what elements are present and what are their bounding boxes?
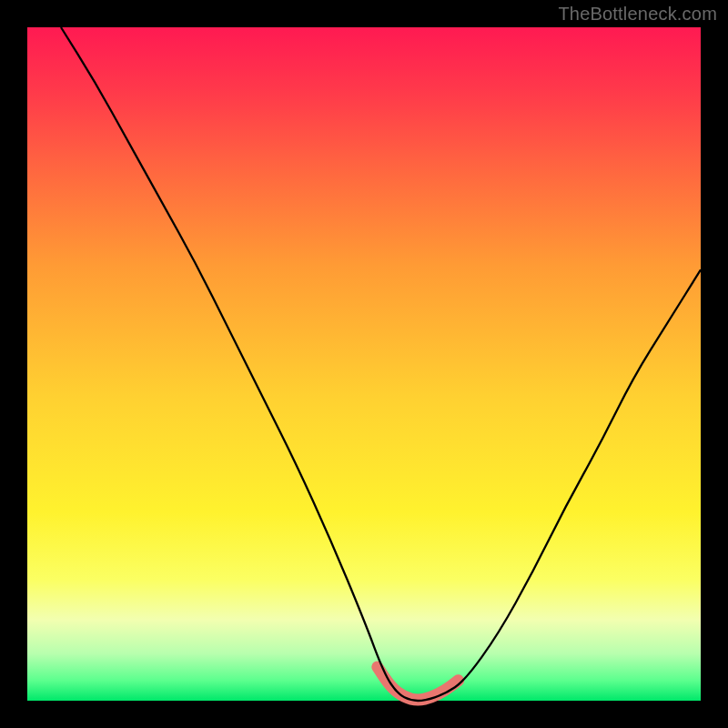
- chart-frame: TheBottleneck.com: [0, 0, 728, 728]
- watermark-text: TheBottleneck.com: [558, 4, 717, 25]
- curve-svg: [27, 27, 701, 701]
- bottleneck-curve-line: [61, 27, 701, 701]
- plot-area: [27, 27, 701, 701]
